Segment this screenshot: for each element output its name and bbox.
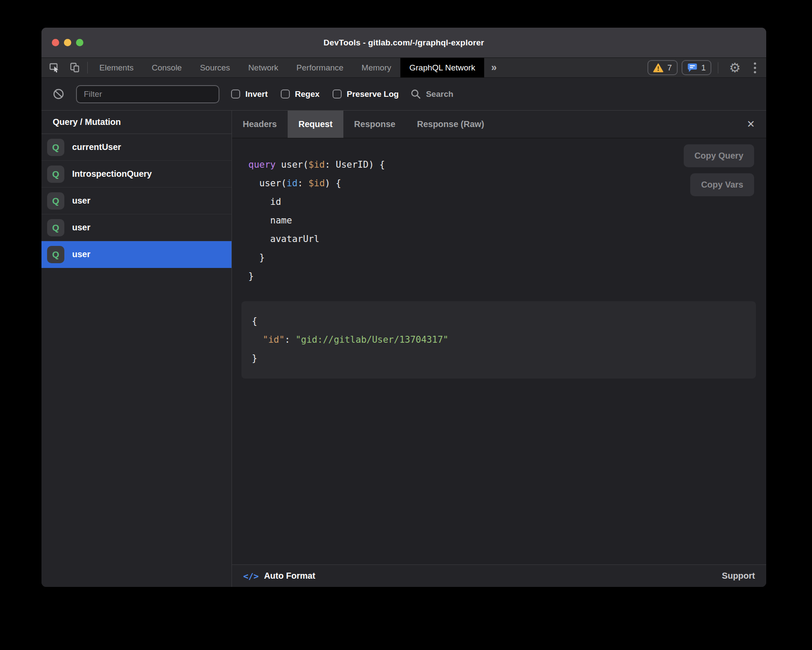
- gear-icon: ⚙: [729, 61, 741, 75]
- checkbox-icon: [333, 89, 342, 99]
- window-title: DevTools - gitlab.com/-/graphql-explorer: [41, 28, 766, 57]
- zoom-window-button[interactable]: [76, 39, 83, 46]
- traffic-lights: [52, 28, 83, 57]
- code-line: "id": "gid://gitlab/User/13704317": [252, 331, 745, 349]
- warnings-badge[interactable]: 7: [647, 60, 678, 75]
- query-list: QcurrentUserQIntrospectionQueryQuserQuse…: [41, 134, 232, 268]
- close-detail-button[interactable]: ✕: [747, 118, 755, 130]
- query-name: user: [72, 196, 90, 206]
- copy-vars-button[interactable]: Copy Vars: [690, 173, 754, 196]
- checkbox-invert[interactable]: Invert: [231, 89, 268, 99]
- query-type-badge: Q: [47, 246, 64, 263]
- detail-tabbar: HeadersRequestResponseResponse (Raw) ✕: [232, 111, 766, 138]
- query-type-badge: Q: [47, 192, 64, 210]
- code-line: avatarUrl: [248, 230, 766, 249]
- badge-separator: [718, 62, 718, 73]
- auto-format-label: Auto Format: [264, 571, 315, 581]
- query-name: user: [72, 249, 90, 259]
- inspect-element-button[interactable]: [45, 58, 65, 77]
- inspect-cursor-icon: [49, 62, 61, 73]
- list-item[interactable]: Quser: [41, 188, 232, 214]
- detail-tab-request[interactable]: Request: [288, 111, 343, 138]
- device-toolbar-button[interactable]: [65, 58, 85, 77]
- checkbox-icon: [231, 89, 240, 99]
- list-item[interactable]: QcurrentUser: [41, 134, 232, 161]
- chevron-double-right-icon: »: [491, 62, 497, 73]
- devtools-tabbar: ElementsConsoleSourcesNetworkPerformance…: [41, 58, 766, 78]
- query-sidebar: Query / Mutation QcurrentUserQIntrospect…: [41, 111, 232, 587]
- menu-button[interactable]: [749, 61, 761, 74]
- devtools-window: DevTools - gitlab.com/-/graphql-explorer…: [41, 28, 766, 587]
- code-line: }: [252, 349, 745, 368]
- code-line: }: [248, 249, 766, 267]
- checkbox-label: Preserve Log: [347, 89, 399, 99]
- tab-graphql-network[interactable]: GraphQL Network: [400, 58, 484, 77]
- auto-format-button[interactable]: </> Auto Format: [243, 571, 315, 581]
- query-type-badge: Q: [47, 166, 64, 183]
- request-content: Copy Query Copy Vars query user($id: Use…: [232, 138, 766, 564]
- title-bar: DevTools - gitlab.com/-/graphql-explorer: [41, 28, 766, 58]
- code-line: name: [248, 211, 766, 230]
- list-item[interactable]: Quser: [41, 241, 232, 268]
- list-item[interactable]: Quser: [41, 214, 232, 241]
- tab-console[interactable]: Console: [143, 58, 191, 77]
- checkbox-label: Regex: [295, 89, 320, 99]
- support-link[interactable]: Support: [722, 571, 755, 581]
- close-icon: ✕: [747, 118, 755, 130]
- code-brackets-icon: </>: [243, 571, 259, 581]
- copy-buttons: Copy Query Copy Vars: [684, 144, 754, 196]
- filter-options: InvertRegexPreserve Log: [231, 89, 399, 99]
- detail-panel: HeadersRequestResponseResponse (Raw) ✕ C…: [232, 111, 766, 587]
- filter-input[interactable]: [76, 85, 219, 103]
- detail-footer: </> Auto Format Support: [232, 564, 766, 587]
- tab-performance[interactable]: Performance: [287, 58, 352, 77]
- query-variables-code: { "id": "gid://gitlab/User/13704317"}: [252, 312, 745, 368]
- detail-tab-headers[interactable]: Headers: [232, 111, 288, 138]
- tab-elements[interactable]: Elements: [90, 58, 143, 77]
- code-line: }: [248, 267, 766, 286]
- query-name: currentUser: [72, 142, 121, 152]
- settings-button[interactable]: ⚙: [725, 61, 745, 74]
- checkbox-regex[interactable]: Regex: [281, 89, 320, 99]
- detail-tab-response-raw[interactable]: Response (Raw): [406, 111, 495, 138]
- warning-count: 7: [667, 63, 672, 73]
- main-area: Query / Mutation QcurrentUserQIntrospect…: [41, 111, 766, 587]
- block-icon: [53, 88, 64, 100]
- issues-badge[interactable]: 1: [682, 60, 712, 75]
- query-type-badge: Q: [47, 219, 64, 236]
- detail-tab-response[interactable]: Response: [343, 111, 406, 138]
- search-button[interactable]: Search: [410, 89, 453, 99]
- search-icon: [410, 89, 421, 99]
- query-name: IntrospectionQuery: [72, 169, 152, 179]
- code-line: {: [252, 312, 745, 331]
- list-item[interactable]: QIntrospectionQuery: [41, 161, 232, 188]
- query-name: user: [72, 223, 90, 233]
- close-window-button[interactable]: [52, 39, 59, 46]
- sidebar-header: Query / Mutation: [41, 111, 232, 134]
- toolbar-separator: [87, 62, 88, 73]
- device-toolbar-icon: [70, 62, 80, 73]
- more-tabs-button[interactable]: »: [484, 58, 504, 77]
- tab-sources[interactable]: Sources: [191, 58, 239, 77]
- query-type-badge: Q: [47, 139, 64, 156]
- clear-button[interactable]: [53, 88, 64, 100]
- main-tabbar-tabs: ElementsConsoleSourcesNetworkPerformance…: [90, 58, 484, 77]
- tabbar-right-controls: 7 1 ⚙: [647, 58, 766, 77]
- checkbox-label: Invert: [245, 89, 268, 99]
- issues-count: 1: [701, 63, 706, 73]
- kebab-menu-icon: [753, 61, 757, 74]
- detail-tabs: HeadersRequestResponseResponse (Raw): [232, 111, 495, 138]
- copy-query-button[interactable]: Copy Query: [684, 144, 754, 167]
- query-variables-box: { "id": "gid://gitlab/User/13704317"}: [241, 301, 756, 379]
- message-icon: [687, 63, 698, 73]
- checkbox-icon: [281, 89, 290, 99]
- search-label: Search: [426, 89, 453, 99]
- warning-icon: [653, 63, 663, 73]
- tab-network[interactable]: Network: [239, 58, 288, 77]
- checkbox-preserve-log[interactable]: Preserve Log: [333, 89, 399, 99]
- filter-toolbar: InvertRegexPreserve Log Search: [41, 78, 766, 111]
- minimize-window-button[interactable]: [64, 39, 71, 46]
- tab-memory[interactable]: Memory: [352, 58, 400, 77]
